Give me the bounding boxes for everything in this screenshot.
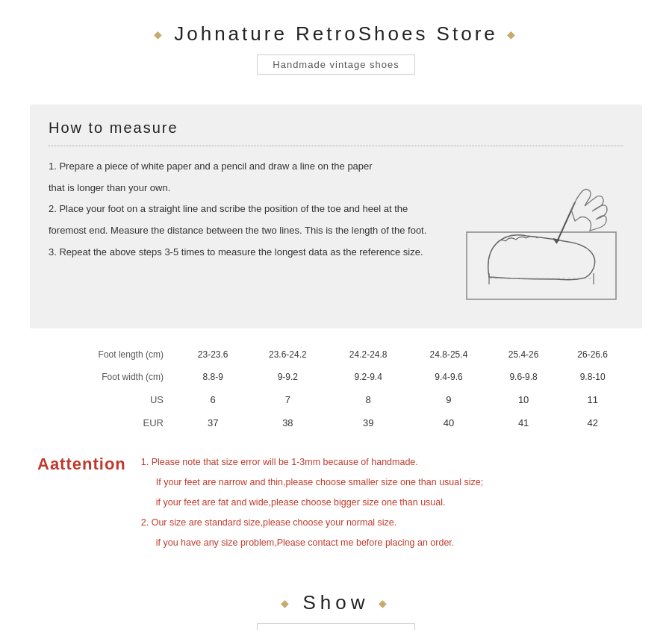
row-label: Foot length (cm) <box>45 343 178 366</box>
svg-rect-0 <box>467 232 616 299</box>
diamond-right-icon: ◆ <box>507 28 518 40</box>
measure-section: How to measure 1. Prepare a piece of whi… <box>30 105 642 328</box>
row-cell: 10 <box>489 388 559 411</box>
row-cell: 7 <box>247 388 328 411</box>
row-label: Foot width (cm) <box>45 366 178 388</box>
attention-item-1: 1. Please note that size error will be 1… <box>141 453 483 472</box>
row-cell: 26-26.6 <box>558 343 627 366</box>
row-cell: 23.6-24.2 <box>247 343 328 366</box>
row-cell: 9.2-9.4 <box>328 366 408 388</box>
diamond-left-icon: ◆ <box>154 28 165 40</box>
measure-content: 1. Prepare a piece of white paper and a … <box>49 158 623 310</box>
row-cell: 39 <box>328 411 408 434</box>
row-label: US <box>45 388 178 411</box>
measure-steps: 1. Prepare a piece of white paper and a … <box>49 158 444 264</box>
attention-item-2-sub-1: if you have any size problem,Please cont… <box>156 534 483 552</box>
row-cell: 6 <box>178 388 248 411</box>
step-1-cont: that is longer than your own. <box>49 179 444 198</box>
attention-text: 1. Please note that size error will be 1… <box>141 453 483 554</box>
row-cell: 9.8-10 <box>558 366 627 388</box>
row-cell: 25.4-26 <box>489 343 559 366</box>
attention-item-2: 2. Our size are standard size,please cho… <box>141 514 483 532</box>
row-cell: 8.8-9 <box>178 366 248 388</box>
header-section: ◆ Johnature RetroShoes Store ◆ Handmade … <box>0 0 672 82</box>
step-2-cont: foremost end. Measure the distance betwe… <box>49 222 444 240</box>
measure-title: How to measure <box>49 119 623 137</box>
table-row: Foot length (cm)23-23.623.6-24.224.2-24.… <box>45 343 627 366</box>
attention-label: Aattention <box>37 453 126 474</box>
row-cell: 9.6-9.8 <box>489 366 559 388</box>
show-subtitle: Handmade vintage shoes <box>257 623 414 630</box>
size-table: Foot length (cm)23-23.623.6-24.224.2-24.… <box>45 343 627 434</box>
table-row: Foot width (cm)8.8-99-9.29.2-9.49.4-9.69… <box>45 366 627 388</box>
show-diamond-right-icon: ◆ <box>379 597 391 609</box>
row-cell: 38 <box>247 411 328 434</box>
row-cell: 24.8-25.4 <box>408 343 489 366</box>
header-subtitle: Handmade vintage shoes <box>257 54 414 75</box>
row-cell: 9 <box>408 388 489 411</box>
table-row: EUR373839404142 <box>45 411 627 434</box>
row-cell: 42 <box>558 411 627 434</box>
size-chart-section: Foot length (cm)23-23.623.6-24.224.2-24.… <box>45 343 627 434</box>
row-cell: 41 <box>489 411 559 434</box>
row-cell: 24.2-24.8 <box>328 343 408 366</box>
step-3: 3. Repeat the above steps 3-5 times to m… <box>49 243 444 262</box>
row-cell: 9.4-9.6 <box>408 366 489 388</box>
row-cell: 11 <box>558 388 627 411</box>
show-title-text: Show <box>302 591 369 614</box>
row-label: EUR <box>45 411 178 434</box>
store-title: ◆ Johnature RetroShoes Store ◆ <box>0 22 672 46</box>
row-cell: 37 <box>178 411 248 434</box>
row-cell: 40 <box>408 411 489 434</box>
row-cell: 9-9.2 <box>247 366 328 388</box>
step-2: 2. Place your foot on a straight line an… <box>49 200 444 219</box>
step-1: 1. Prepare a piece of white paper and a … <box>49 158 444 176</box>
row-cell: 8 <box>328 388 408 411</box>
foot-illustration <box>459 158 623 310</box>
attention-section: Aattention 1. Please note that size erro… <box>37 453 635 554</box>
attention-item-1-sub-1: If your feet are narrow and thin,please … <box>156 473 483 492</box>
show-section: ◆ Show ◆ Handmade vintage shoes <box>0 569 672 630</box>
show-title: ◆ Show ◆ <box>0 591 672 614</box>
show-diamond-left-icon: ◆ <box>281 597 293 609</box>
table-row: US67891011 <box>45 388 627 411</box>
dotted-divider <box>49 146 623 146</box>
attention-item-1-sub-2: if your feet are fat and wide,please cho… <box>156 493 483 512</box>
row-cell: 23-23.6 <box>178 343 248 366</box>
store-name-text: Johnature RetroShoes Store <box>174 22 498 46</box>
